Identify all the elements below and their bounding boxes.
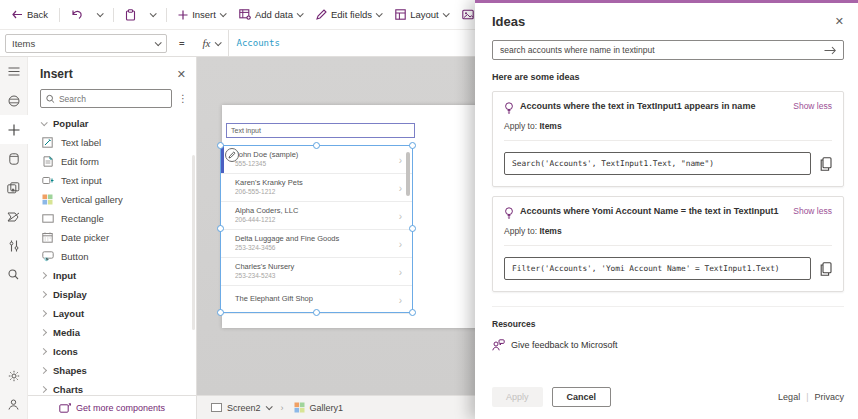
insert-item-text-input[interactable]: Text input <box>28 171 196 190</box>
gallery-control[interactable]: John Doe (sample) 555-12345 › Karen's Kr… <box>220 145 413 313</box>
search-rail-icon[interactable] <box>0 260 28 289</box>
show-less-link[interactable]: Show less <box>793 206 832 216</box>
row-chevron-icon[interactable]: › <box>399 238 402 249</box>
insert-item-button[interactable]: Button <box>28 247 196 266</box>
paste-dropdown[interactable] <box>144 9 161 20</box>
tree-view-icon[interactable] <box>0 57 28 86</box>
get-more-components-button[interactable]: Get more components <box>28 395 197 419</box>
advanced-tools-icon[interactable] <box>0 231 28 260</box>
account-icon[interactable] <box>0 390 28 419</box>
gallery-row[interactable]: John Doe (sample) 555-12345 › <box>221 146 412 174</box>
close-icon[interactable]: ✕ <box>835 16 844 27</box>
plus-icon <box>178 10 188 20</box>
ideas-search-input[interactable] <box>500 45 824 55</box>
resize-handle[interactable] <box>217 309 224 316</box>
breadcrumb-separator: › <box>281 403 284 413</box>
gallery-row[interactable]: Charles's Nursery 253-234-5243 › <box>221 258 412 286</box>
property-selector[interactable]: Items <box>5 34 167 53</box>
screen-selector[interactable]: Screen2 <box>211 403 271 413</box>
edit-fields-button[interactable]: Edit fields <box>310 6 387 23</box>
apply-to-line: Apply to: Items <box>504 226 832 236</box>
insert-search-input[interactable] <box>59 94 166 104</box>
popular-section-header[interactable]: Popular <box>28 114 196 133</box>
copy-icon[interactable] <box>820 262 832 276</box>
fx-dropdown[interactable]: fx <box>195 37 228 49</box>
add-data-button[interactable]: Add data <box>233 6 308 23</box>
resize-handle[interactable] <box>313 309 320 316</box>
undo-dropdown[interactable] <box>91 9 108 20</box>
gallery-edit-pencil-icon[interactable] <box>225 148 239 162</box>
insert-item-text-label[interactable]: Text label <box>28 133 196 152</box>
insert-menu-button[interactable]: Insert <box>172 6 231 23</box>
paste-button[interactable] <box>119 6 142 24</box>
app-objects-icon[interactable] <box>0 86 28 115</box>
show-less-link[interactable]: Show less <box>793 101 832 111</box>
more-options-icon[interactable]: ⋮ <box>176 93 190 104</box>
resize-handle[interactable] <box>409 309 416 316</box>
chevron-right-icon <box>40 386 47 393</box>
row-chevron-icon[interactable]: › <box>399 294 402 305</box>
submit-arrow-icon[interactable] <box>824 46 836 55</box>
power-automate-icon[interactable] <box>0 202 28 231</box>
row-chevron-icon[interactable]: › <box>399 182 402 193</box>
category-shapes[interactable]: Shapes <box>28 361 196 380</box>
row-chevron-icon[interactable]: › <box>399 266 402 277</box>
resize-handle[interactable] <box>217 225 224 232</box>
category-layout[interactable]: Layout <box>28 304 196 323</box>
lightbulb-icon <box>504 207 514 219</box>
chevron-right-icon <box>40 348 47 355</box>
apply-button[interactable]: Apply <box>492 387 543 407</box>
resize-handle[interactable] <box>313 142 320 149</box>
screen-artboard[interactable]: Text input John Doe (sample) 555-12345 ›… <box>222 105 500 328</box>
insert-item-rectangle[interactable]: Rectangle <box>28 209 196 228</box>
copy-icon[interactable] <box>820 157 832 171</box>
undo-button[interactable] <box>65 6 89 23</box>
close-icon[interactable]: ✕ <box>177 69 186 80</box>
insert-item-vertical-gallery[interactable]: Vertical gallery <box>28 190 196 209</box>
cancel-button[interactable]: Cancel <box>552 387 612 407</box>
resources-heading: Resources <box>492 319 844 329</box>
insert-panel-scrollbar[interactable] <box>192 155 195 330</box>
resize-handle[interactable] <box>217 142 224 149</box>
divider <box>59 8 60 22</box>
row-chevron-icon[interactable]: › <box>399 154 402 165</box>
vertical-gallery-icon <box>41 194 54 205</box>
insert-rail-icon[interactable] <box>0 115 28 144</box>
category-display[interactable]: Display <box>28 285 196 304</box>
formula-code[interactable]: Search('Accounts', TextInput1.Text, "nam… <box>504 152 811 175</box>
rectangle-icon <box>41 214 54 223</box>
resize-handle[interactable] <box>409 225 416 232</box>
chevron-down-icon <box>214 39 221 46</box>
text-input-icon <box>41 176 54 185</box>
category-charts[interactable]: Charts <box>28 380 196 395</box>
gallery-row[interactable]: Alpha Coders, LLC 206-444-1212 › <box>221 202 412 230</box>
resize-handle[interactable] <box>409 142 416 149</box>
insert-item-edit-form[interactable]: Edit form <box>28 152 196 171</box>
legal-link[interactable]: Legal <box>778 392 800 402</box>
idea-card-header: Accounts where the text in TextInput1 ap… <box>504 101 832 114</box>
gallery-row[interactable]: Karen's Kranky Pets 206-555-1212 › <box>221 174 412 202</box>
text-input-control[interactable]: Text input <box>226 123 415 138</box>
category-media[interactable]: Media <box>28 323 196 342</box>
data-icon[interactable] <box>0 144 28 173</box>
layout-button[interactable]: Layout <box>389 6 454 23</box>
ideas-search-box[interactable] <box>492 40 844 60</box>
search-icon <box>46 94 55 104</box>
back-button[interactable]: Back <box>6 6 54 23</box>
formula-input[interactable]: Accounts <box>237 38 280 48</box>
row-chevron-icon[interactable]: › <box>399 210 402 221</box>
layout-icon <box>395 9 406 20</box>
insert-search-box[interactable] <box>40 89 172 108</box>
selected-control-breadcrumb[interactable]: Gallery1 <box>294 402 344 413</box>
settings-icon[interactable] <box>0 361 28 390</box>
gallery-row[interactable]: Delta Luggage and Fine Goods 253-324-345… <box>221 230 412 258</box>
category-icons[interactable]: Icons <box>28 342 196 361</box>
category-input[interactable]: Input <box>28 266 196 285</box>
media-icon[interactable] <box>0 173 28 202</box>
formula-code[interactable]: Filter('Accounts', 'Yomi Account Name' =… <box>504 257 811 280</box>
insert-item-date-picker[interactable]: Date picker <box>28 228 196 247</box>
gallery-scrollbar[interactable] <box>406 152 410 196</box>
feedback-link[interactable]: Give feedback to Microsoft <box>492 339 844 351</box>
privacy-link[interactable]: Privacy <box>814 392 844 402</box>
idea-card: Accounts where the text in TextInput1 ap… <box>492 91 844 187</box>
